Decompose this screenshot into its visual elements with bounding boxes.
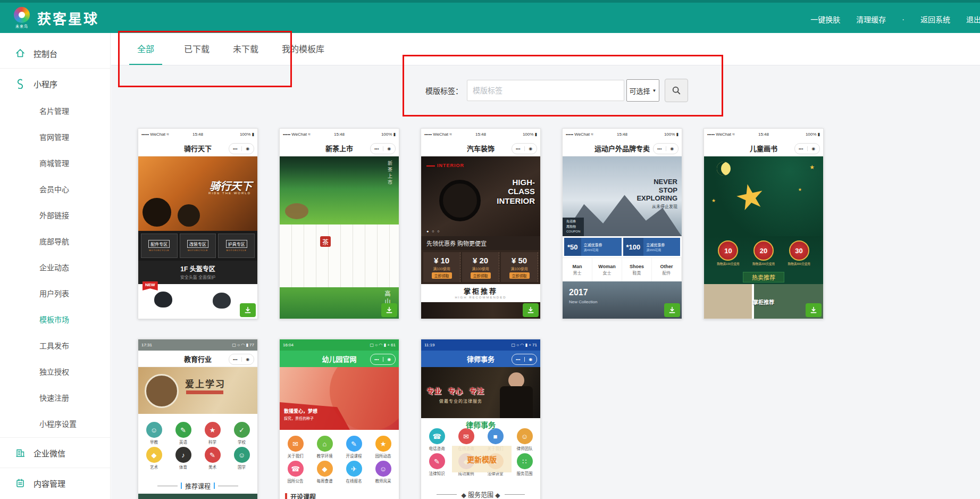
claim-button: 立即领取 [432, 272, 452, 279]
grid-item: ✎ 法律知识 [422, 453, 451, 476]
header-nav-link[interactable]: · [902, 15, 904, 23]
grid-item: ☺ 律师团队 [510, 428, 539, 451]
template-card-kindergarten[interactable]: 16:04 ▢ ○ ◠ ▮ + 61 幼儿园官网 •••◉ 散播爱心，梦想 探究… [279, 339, 399, 499]
sidebar-subitem[interactable]: 商城管理 [0, 149, 110, 176]
section-header: 开设课程 [280, 489, 399, 499]
header-nav-link[interactable]: 退出 [966, 14, 980, 24]
sidebar-subitem[interactable]: 用户列表 [0, 280, 110, 306]
hero-keywords: 专业专心专注 [426, 385, 484, 396]
update-template-button[interactable]: 更新模版 [452, 446, 512, 472]
download-button[interactable] [523, 303, 539, 317]
category-tiles: 配件专区 MOTORCYCLE 改装专区 MOTORCYCLE 护具专区 MOT… [138, 231, 257, 261]
sidebar-subitem[interactable]: 小程序设置 [0, 410, 110, 436]
sidebar-item-console[interactable]: 控制台 [0, 39, 110, 67]
template-card-car[interactable]: ••••• WeChat ≈ 15:48 100% ▮ 汽车装饰 •••◉ IN… [421, 128, 541, 319]
template-card-education[interactable]: 17:31 ▢ ○ ◠ ▮ 77 教育行业 •••◉ 爱上学习 ☺ 早教 ✎ 英… [138, 339, 258, 499]
sidebar-item-miniapp[interactable]: 小程序 [0, 70, 110, 97]
coupon: *50 立减优惠券 满499可用 [564, 238, 622, 256]
grid-item-icon: ♪ [175, 447, 191, 463]
section-header: 推荐课程 [138, 478, 257, 494]
phone-status-bar: ••••• WeChat ≈ 15:48 100% ▮ [280, 129, 399, 140]
coupon: ¥ 50 满100使用 立即领取 [501, 252, 538, 282]
grid-item: ✓ 学校 [227, 422, 256, 445]
grid-item: ✎ 开设课程 [339, 436, 368, 459]
phone-status-bar: 17:31 ▢ ○ ◠ ▮ 77 [138, 339, 257, 351]
grid-item-icon: ✎ [346, 436, 362, 452]
sidebar-item-label: 控制台 [33, 48, 57, 59]
grid-item-icon: ∷ [517, 453, 533, 469]
grid-item-icon: ✎ [205, 447, 221, 463]
sidebar-item-content[interactable]: 内容管理 [0, 469, 110, 497]
sidebar-divider [0, 68, 110, 69]
sidebar-subitem[interactable]: 外部链接 [0, 202, 110, 228]
wechat-capsule: •••◉ [512, 354, 537, 365]
header-nav-link[interactable]: 清理缓存 [856, 14, 886, 24]
tab-my-templates[interactable]: 我的模板库 [280, 33, 326, 65]
phone-status-bar: ••••• WeChat ≈ 15:48 100% ▮ [138, 129, 257, 140]
hero-headline: NEVERSTOPEXPLORING 从未停止发现 [636, 178, 677, 209]
hero-headline: HIGH-CLASSINTERIOR [497, 178, 535, 205]
template-card-kids[interactable]: ••••• WeChat ≈ 15:48 100% ▮ 儿童画书 •••◉ ★ … [703, 128, 824, 319]
grid-item-icon: ✎ [429, 453, 445, 469]
phone-nav-bar: 幼儿园官网 •••◉ [280, 351, 399, 367]
tab-all[interactable]: 全部 [129, 33, 162, 65]
header-nav-link[interactable]: 返回系统 [920, 14, 950, 24]
template-tag-filter: 模版标签： 可选择 ▼ [425, 79, 688, 102]
template-card-bike[interactable]: ••••• WeChat ≈ 15:48 100% ▮ 骑行天下 •••◉ 骑行… [138, 128, 258, 319]
sidebar-subitem[interactable]: 底部导航 [0, 228, 110, 254]
grid-item-icon: ★ [205, 422, 221, 438]
phone-nav-bar: 教育行业 •••◉ [138, 351, 257, 367]
phone-nav-bar: 儿童画书 •••◉ [704, 140, 823, 156]
carousel-dots: ● ○ ○ [426, 229, 441, 233]
hero-banner: ★ ★ ★ ★ [704, 156, 823, 236]
coupon: ¥ 10 满100使用 立即领取 [423, 252, 460, 282]
sidebar-subitem[interactable]: 官网管理 [0, 123, 110, 149]
claim-button: 立即领取 [509, 272, 530, 279]
template-title: 骑行天下 [184, 143, 212, 153]
sidebar-subitem[interactable]: 快速注册 [0, 384, 110, 410]
tab-not-downloaded[interactable]: 未下载 [231, 33, 260, 65]
grid-item-icon: ☎ [288, 461, 304, 477]
sidebar-item-wework[interactable]: 企业微信 [0, 439, 110, 467]
header-nav-link[interactable]: 一键换肤 [810, 14, 840, 24]
download-icon [244, 306, 252, 314]
sidebar: 控制台 小程序 名片管理官网管理商城管理会员中心外部链接底部导航企业动态用户列表… [0, 33, 111, 499]
tag-search-input[interactable] [467, 80, 624, 101]
grid-item: ◆ 艺术 [139, 447, 169, 470]
clipboard-icon [15, 478, 26, 488]
template-tabs: 全部 已下载 未下载 我的模板库 [111, 33, 980, 65]
download-button[interactable] [381, 303, 397, 317]
logo-subtext: 未来鸟 [15, 23, 28, 29]
hero-banner: 专业专心专注 做最专业的法律服务 [421, 367, 540, 418]
brand-logo[interactable]: 未来鸟 获客星球 [14, 7, 99, 29]
sidebar-subitem[interactable]: 会员中心 [0, 176, 110, 202]
app-window: 未来鸟 获客星球 一键换肤清理缓存·返回系统退出 控制台 小程序 名片管理官网管… [0, 0, 980, 499]
sidebar-item-label: 内容管理 [33, 478, 65, 489]
download-button[interactable] [664, 303, 680, 317]
template-card-sport[interactable]: ••••• WeChat ≈ 15:48 100% ▮ 运动户外品牌专卖 •••… [562, 128, 682, 319]
template-card-law[interactable]: 11:19 ▢ ○ ◠ ▮ + 71 律师事务 •••◉ 专业专心专注 做最专业… [421, 339, 541, 499]
sidebar-subitem[interactable]: 模板市场 [0, 306, 110, 332]
hot-sale-ribbon: 热卖推荐 [704, 270, 823, 284]
sidebar-divider [0, 468, 110, 468]
star-icon: ★ [732, 177, 768, 217]
download-button[interactable] [240, 303, 256, 317]
download-button[interactable] [806, 303, 822, 317]
grid-item-icon: ☺ [234, 447, 250, 463]
sidebar-subitem[interactable]: 独立授权 [0, 358, 110, 384]
tag-select-dropdown[interactable]: 可选择 ▼ [626, 79, 659, 102]
template-title: 幼儿园官网 [322, 354, 356, 364]
sidebar-subitem[interactable]: 工具发布 [0, 332, 110, 358]
grid-item: ✎ 美术 [198, 447, 227, 470]
sidebar-subitem[interactable]: 企业动态 [0, 254, 110, 280]
search-button[interactable] [665, 79, 688, 102]
template-card-tea[interactable]: ••••• WeChat ≈ 15:48 100% ▮ 新茶上市 •••◉ 新茶… [279, 128, 399, 319]
template-title: 律师事务 [467, 354, 495, 364]
phone-nav-bar: 运动户外品牌专卖 •••◉ [563, 140, 682, 156]
grid-item: ◆ 每周食谱 [310, 461, 339, 484]
sidebar-subitem[interactable]: 名片管理 [0, 97, 110, 123]
hero-subtitle-strip [186, 390, 223, 394]
floor-banner: 1F 头盔专区 安全头盔 全面保护 [138, 261, 257, 284]
grid-item-icon: ☺ [146, 422, 162, 438]
tab-downloaded[interactable]: 已下载 [182, 33, 211, 65]
